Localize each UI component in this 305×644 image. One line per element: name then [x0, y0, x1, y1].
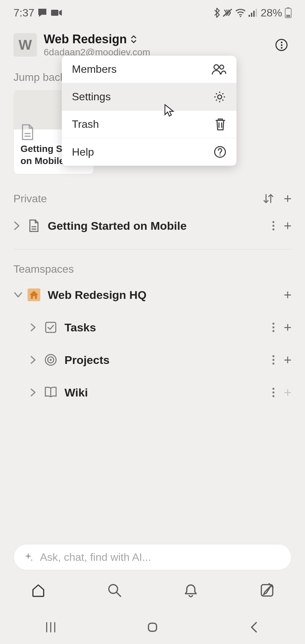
status-time: 7:37 — [13, 7, 34, 19]
teamspace-item-projects[interactable]: Projects + — [0, 344, 305, 376]
dropdown-item-help[interactable]: Help — [62, 138, 236, 166]
card-line2: on Mobile — [20, 156, 64, 166]
target-icon — [44, 354, 57, 366]
add-private-button[interactable]: + — [284, 191, 292, 206]
dropdown-item-trash[interactable]: Trash — [62, 111, 236, 138]
status-bar: 7:37 28% — [0, 0, 305, 25]
bluetooth-icon — [214, 8, 220, 18]
workspace-dropdown: Members Settings Trash Help — [62, 56, 236, 166]
item-add-button[interactable]: + — [284, 385, 292, 400]
compose-nav-icon[interactable] — [260, 583, 274, 598]
svg-rect-5 — [253, 11, 255, 17]
members-label: Members — [72, 63, 117, 75]
svg-point-22 — [220, 65, 224, 69]
private-item-label: Getting Started on Mobile — [48, 219, 272, 232]
wiki-label: Wiki — [64, 386, 272, 399]
wifi-icon — [235, 8, 246, 17]
recents-system-icon[interactable] — [44, 621, 57, 634]
workspace-name: Web Redesign — [44, 32, 127, 46]
teamspace-item-tasks[interactable]: Tasks + — [0, 311, 305, 344]
trash-icon — [214, 118, 226, 131]
svg-rect-4 — [251, 13, 252, 17]
gear-icon — [213, 90, 226, 104]
cursor-icon — [164, 104, 175, 117]
item-add-button[interactable]: + — [284, 218, 292, 233]
chevron-right-icon[interactable] — [30, 356, 36, 364]
svg-point-2 — [240, 16, 241, 17]
svg-point-23 — [218, 95, 222, 99]
signal-icon — [249, 9, 258, 17]
chevron-right-icon[interactable] — [30, 323, 36, 332]
people-icon — [212, 64, 226, 75]
system-nav — [0, 610, 305, 644]
back-system-icon[interactable] — [248, 621, 261, 634]
svg-point-21 — [214, 65, 219, 69]
settings-label: Settings — [72, 91, 111, 103]
svg-rect-6 — [256, 9, 257, 17]
projects-label: Projects — [64, 354, 272, 367]
battery-icon — [285, 7, 292, 18]
chevron-right-icon[interactable] — [13, 221, 20, 231]
more-vertical-icon — [275, 39, 288, 51]
ai-ask-bar[interactable]: Ask, chat, find with AI... — [13, 544, 292, 570]
more-button[interactable] — [275, 39, 292, 55]
dropdown-item-members[interactable]: Members — [62, 56, 236, 83]
video-icon — [51, 9, 62, 16]
help-label: Help — [72, 146, 94, 158]
item-add-button[interactable]: + — [284, 353, 292, 368]
dropdown-item-settings[interactable]: Settings — [62, 83, 236, 111]
teamspace-label: Web Redesign HQ — [48, 288, 284, 302]
section-teamspaces-header: Teamspaces — [0, 250, 305, 279]
page-icon — [20, 124, 34, 140]
page-icon — [29, 219, 39, 232]
svg-rect-10 — [46, 322, 56, 332]
sparkle-icon — [23, 552, 33, 562]
section-private-header: Private + — [0, 174, 305, 210]
section-private-label[interactable]: Private — [13, 193, 47, 205]
svg-rect-20 — [148, 623, 157, 631]
search-nav-icon[interactable] — [107, 583, 122, 598]
checkbox-icon — [45, 321, 57, 333]
svg-rect-0 — [51, 10, 58, 16]
item-more-button[interactable] — [272, 323, 274, 332]
notifications-nav-icon[interactable] — [183, 583, 198, 598]
home-icon — [28, 288, 40, 301]
battery-percent: 28% — [261, 7, 282, 19]
tasks-label: Tasks — [64, 321, 272, 334]
teamspace-add-button[interactable]: + — [284, 287, 292, 303]
card-line1: Getting St — [20, 144, 66, 154]
workspace-badge: W — [13, 33, 37, 57]
item-more-button[interactable] — [272, 388, 274, 397]
teamspace-item-wiki[interactable]: Wiki + — [0, 376, 305, 409]
svg-line-15 — [117, 592, 121, 596]
home-nav-icon[interactable] — [31, 583, 46, 598]
section-teamspaces-label[interactable]: Teamspaces — [13, 263, 74, 275]
vibrate-icon — [222, 8, 232, 18]
help-icon — [214, 146, 226, 158]
bottom-nav — [0, 574, 305, 607]
book-icon — [44, 387, 57, 398]
home-system-icon[interactable] — [146, 621, 159, 634]
svg-rect-3 — [249, 15, 250, 17]
ai-placeholder: Ask, chat, find with AI... — [40, 551, 151, 564]
svg-point-25 — [219, 154, 221, 156]
item-add-button[interactable]: + — [284, 320, 292, 335]
private-item-getting-started[interactable]: Getting Started on Mobile + — [0, 210, 305, 242]
svg-rect-9 — [286, 15, 290, 17]
chevron-right-icon[interactable] — [30, 388, 36, 397]
item-more-button[interactable] — [272, 355, 274, 365]
trash-label: Trash — [72, 118, 99, 130]
chevron-down-icon[interactable] — [13, 291, 23, 298]
chat-icon — [38, 8, 48, 17]
sort-icon[interactable] — [262, 193, 274, 205]
svg-point-13 — [50, 359, 52, 361]
item-more-button[interactable] — [272, 221, 274, 230]
selector-icon — [130, 35, 137, 44]
teamspace-web-redesign-hq[interactable]: Web Redesign HQ + — [0, 279, 305, 311]
